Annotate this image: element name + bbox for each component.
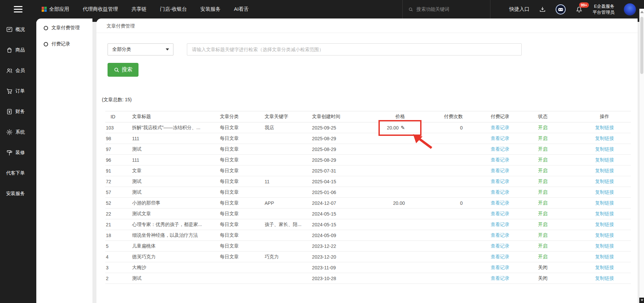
scrollbar-thumb[interactable] [640,17,643,74]
view-records-link[interactable]: 查看记录 [491,243,510,249]
view-records-link[interactable]: 查看记录 [491,254,510,259]
sidebar-item[interactable]: 订单 [0,81,36,101]
copy-link-button[interactable]: 复制链接 [595,211,614,216]
view-records-link[interactable]: 查看记录 [491,275,510,281]
view-records-link[interactable]: 查看记录 [491,179,510,184]
copy-link-button[interactable]: 复制链接 [595,168,614,173]
cell-price [366,133,409,144]
edit-price-icon[interactable]: ✎ [401,125,405,131]
article-row: 21 心理专家：优秀的孩子，都是家... 每日文章 孩子、家长、陪... 202… [105,219,631,230]
topbar-nav-item[interactable]: 门店-收银台 [160,6,187,12]
submenu-item-label: 文章付费管理 [51,25,80,31]
goods-icon [6,47,13,53]
download-button[interactable] [539,6,546,13]
vertical-scrollbar[interactable] [639,9,644,303]
sidebar-item-label: 财务 [15,109,25,115]
view-records-link[interactable]: 查看记录 [491,200,510,205]
topbar-nav-item[interactable]: 代理商收益管理 [83,6,118,12]
topbar-nav-item[interactable]: 共享链 [131,6,147,12]
sidebar-item-label: 会员 [15,68,25,74]
cell-id: 103 [105,122,132,133]
sidebar-item[interactable]: 财务 [0,101,36,122]
copy-link-button[interactable]: 复制链接 [595,243,614,249]
sidebar-item-label: 订单 [15,88,25,94]
hamburger-menu-button[interactable] [0,6,36,12]
copy-link-button[interactable]: 复制链接 [595,157,614,162]
copy-link-button[interactable]: 复制链接 [595,275,614,281]
submenu-item-label: 付费记录 [51,41,70,47]
view-records-link[interactable]: 查看记录 [491,125,510,130]
scroll-up-icon[interactable] [640,11,644,13]
cell-keyword [265,262,312,273]
keyword-input[interactable] [187,43,522,55]
copy-link-button[interactable]: 复制链接 [595,200,614,205]
category-select[interactable]: 全部分类 [108,43,173,55]
topbar-nav-item[interactable]: 全部应用 [42,6,69,12]
search-button-label: 搜索 [122,66,132,73]
copy-link-button[interactable]: 复制链接 [595,146,614,152]
view-records-link[interactable]: 查看记录 [491,146,510,152]
cell-title: 111 [132,155,220,165]
cell-pay-count [410,176,467,187]
cell-keyword [265,241,312,252]
global-search-input[interactable]: 搜索功能关键词 [402,0,490,18]
body-row: 概况 商品 会员 订单 财务 [0,18,644,303]
sidebar-item[interactable]: 代客下单 [0,163,36,183]
radio-icon [44,26,48,30]
sidebar-item[interactable]: 安装服务 [0,183,36,204]
user-info[interactable]: E企盈服务 平台管理员 [593,3,614,15]
article-row: 5 儿童扁桃体 每日文章 2023-12-22 查看记录 开启 复制链接 [105,241,631,252]
copy-link-button[interactable]: 复制链接 [595,179,614,184]
copy-link-button[interactable]: 复制链接 [595,136,614,141]
view-records-link[interactable]: 查看记录 [491,211,510,216]
sidebar-item[interactable]: 会员 [0,60,36,81]
cell-keyword: 巧克力 [265,252,312,262]
status-badge: 开启 [538,146,548,152]
sidebar-item[interactable]: 系统 [0,122,36,142]
cell-pay-count [410,209,467,219]
scroll-down-icon[interactable] [639,298,644,303]
ai-assistant-button[interactable] [556,4,566,14]
cell-category: 每日文章 [220,241,265,252]
status-badge: 开启 [538,125,548,130]
topbar-nav-item[interactable]: 安装服务 [200,6,220,12]
copy-link-button[interactable]: 复制链接 [595,125,614,130]
orders-icon [6,88,13,94]
copy-link-button[interactable]: 复制链接 [595,254,614,259]
copy-link-button[interactable]: 复制链接 [595,189,614,195]
cell-category: 每日文章 [220,187,265,198]
copy-link-button[interactable]: 复制链接 [595,232,614,238]
col-header-keyword: 文章关键字 [265,111,312,122]
topbar-nav-label: 代理商收益管理 [83,6,118,12]
apps-grid-icon [42,7,47,12]
sidebar-item[interactable]: 概况 [0,19,36,40]
topbar-nav-item[interactable]: AI看舌 [234,6,249,12]
copy-link-button[interactable]: 复制链接 [595,222,614,227]
status-badge: 开启 [538,200,548,205]
view-records-link[interactable]: 查看记录 [491,168,510,173]
avatar[interactable] [624,3,636,15]
submenu-item[interactable]: 付费记录 [36,36,92,52]
sidebar-item[interactable]: 装修 [0,142,36,163]
cell-id: 2 [105,273,132,284]
cell-created: 2025-07-31 [312,165,366,176]
decorate-icon [6,149,13,156]
view-records-link[interactable]: 查看记录 [491,222,510,227]
cell-title: 拆解“我店模式”——冻结积分、... [132,122,220,133]
notifications-button[interactable]: 99+ [575,5,583,13]
view-records-link[interactable]: 查看记录 [491,265,510,270]
cell-title: 大梅沙 [132,262,220,273]
view-records-link[interactable]: 查看记录 [491,157,510,162]
sidebar: 概况 商品 会员 订单 财务 [0,18,36,303]
status-badge: 开启 [538,179,548,184]
search-button[interactable]: 搜索 [108,63,138,77]
col-header-created: 文章创建时间 [312,111,366,122]
view-records-link[interactable]: 查看记录 [491,232,510,238]
view-records-link[interactable]: 查看记录 [491,189,510,195]
sidebar-item[interactable]: 商品 [0,40,36,60]
quick-entry-link[interactable]: 快捷入口 [509,6,529,12]
view-records-link[interactable]: 查看记录 [491,136,510,141]
copy-link-button[interactable]: 复制链接 [595,265,614,270]
submenu-item[interactable]: 文章付费管理 [36,20,92,36]
col-header-pay-count: 付费次数 [410,111,467,122]
